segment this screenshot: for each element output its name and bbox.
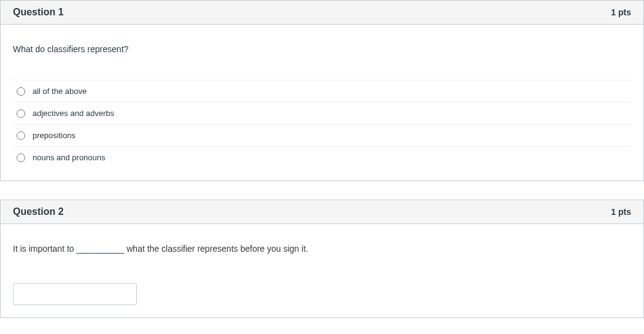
option-label: prepositions xyxy=(33,131,76,140)
option-radio[interactable] xyxy=(17,109,25,118)
option-row[interactable]: prepositions xyxy=(13,125,631,147)
option-row[interactable]: all of the above xyxy=(13,80,631,103)
question-card: Question 2 1 pts It is important to ____… xyxy=(0,200,644,318)
question-header: Question 1 1 pts xyxy=(1,1,643,25)
question-body: What do classifiers represent? all of th… xyxy=(1,25,643,181)
question-points: 1 pts xyxy=(611,7,631,17)
question-title: Question 2 xyxy=(13,206,64,217)
answer-input[interactable] xyxy=(13,283,137,305)
quiz-container: Question 1 1 pts What do classifiers rep… xyxy=(0,0,644,318)
question-prompt: It is important to __________ what the c… xyxy=(13,236,631,265)
question-body: It is important to __________ what the c… xyxy=(1,224,643,317)
option-radio[interactable] xyxy=(17,87,25,96)
option-row[interactable]: adjectives and adverbs xyxy=(13,103,631,125)
option-label: all of the above xyxy=(33,87,87,96)
option-row[interactable]: nouns and pronouns xyxy=(13,147,631,168)
option-label: nouns and pronouns xyxy=(33,153,106,162)
question-prompt: What do classifiers represent? xyxy=(13,37,631,65)
option-radio[interactable] xyxy=(17,131,25,140)
question-header: Question 2 1 pts xyxy=(1,200,643,224)
question-points: 1 pts xyxy=(611,207,631,217)
question-title: Question 1 xyxy=(13,7,64,18)
question-card: Question 1 1 pts What do classifiers rep… xyxy=(0,0,644,181)
option-label: adjectives and adverbs xyxy=(33,109,114,118)
option-radio[interactable] xyxy=(17,153,25,162)
options-list: all of the above adjectives and adverbs … xyxy=(13,80,631,168)
